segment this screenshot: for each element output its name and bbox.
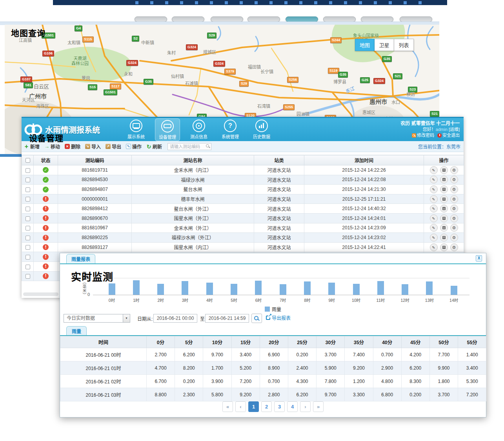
- favicon[interactable]: [240, 1, 243, 4]
- edit-button[interactable]: [430, 195, 438, 203]
- archive-button[interactable]: [440, 224, 448, 232]
- edit-button[interactable]: [430, 214, 438, 222]
- favicon[interactable]: [299, 1, 302, 4]
- window-tab-stub[interactable]: [135, 16, 167, 22]
- favicon[interactable]: [210, 1, 213, 4]
- settings-button[interactable]: [450, 224, 458, 232]
- row-checkbox[interactable]: [25, 187, 30, 192]
- row-checkbox[interactable]: [25, 255, 30, 260]
- edit-button[interactable]: [430, 205, 438, 212]
- row-checkbox[interactable]: [25, 216, 30, 221]
- toolbar-button-操作[interactable]: 操作: [126, 143, 142, 150]
- favicon[interactable]: [329, 1, 332, 4]
- toolbar-button-导出[interactable]: 导出: [106, 143, 121, 150]
- favicon[interactable]: [255, 1, 258, 4]
- window-tab-stub[interactable]: [400, 16, 432, 22]
- nav-item-历史数据[interactable]: 历史数据: [249, 118, 274, 140]
- archive-button[interactable]: [440, 195, 448, 203]
- edit-button[interactable]: [430, 234, 438, 241]
- edit-button[interactable]: [430, 224, 438, 232]
- favicon[interactable]: [165, 1, 168, 4]
- nav-item-测点信息[interactable]: 测点信息: [186, 118, 211, 140]
- favicon[interactable]: [284, 1, 287, 4]
- nav-item-设备管理[interactable]: 设备管理: [155, 118, 180, 141]
- pager-arrow-button[interactable]: »: [313, 401, 324, 412]
- row-checkbox[interactable]: [25, 178, 30, 182]
- map-type-button-卫星[interactable]: 卫星: [375, 39, 394, 51]
- select-all-checkbox[interactable]: [25, 158, 30, 163]
- row-checkbox[interactable]: [25, 265, 30, 269]
- toolbar-button-删除[interactable]: 删除: [65, 143, 80, 150]
- favicon[interactable]: [418, 1, 422, 4]
- row-checkbox[interactable]: [25, 245, 30, 250]
- row-checkbox[interactable]: [25, 168, 30, 173]
- toolbar-button-导入[interactable]: 导入: [85, 143, 101, 150]
- row-checkbox[interactable]: [25, 207, 30, 211]
- page-button-1[interactable]: 1: [248, 401, 259, 412]
- row-checkbox[interactable]: [25, 226, 30, 230]
- window-tab-stub[interactable]: [211, 16, 243, 22]
- window-tab-stub[interactable]: [247, 16, 280, 22]
- favicon[interactable]: [269, 1, 273, 4]
- favicon[interactable]: [374, 1, 377, 4]
- date-from-input[interactable]: [153, 314, 197, 323]
- window-tab-stub[interactable]: [323, 16, 356, 22]
- change-password-link[interactable]: 修改密码: [417, 133, 434, 138]
- edit-button[interactable]: [430, 185, 438, 193]
- favicon[interactable]: [404, 1, 407, 4]
- export-report-link[interactable]: 导出报表: [266, 314, 291, 321]
- toolbar-button-移动[interactable]: 移动: [44, 143, 60, 150]
- settings-button[interactable]: [450, 166, 458, 174]
- favicon[interactable]: [314, 1, 317, 4]
- settings-button[interactable]: [450, 243, 458, 251]
- archive-button[interactable]: [440, 234, 448, 241]
- horizontal-scrollbar[interactable]: [23, 292, 58, 296]
- favicon[interactable]: [359, 1, 362, 4]
- row-checkbox[interactable]: [25, 197, 30, 201]
- settings-button[interactable]: [450, 195, 458, 203]
- row-checkbox[interactable]: [25, 236, 30, 240]
- favicon[interactable]: [344, 1, 347, 4]
- pager-arrow-button[interactable]: ›: [300, 401, 311, 412]
- archive-button[interactable]: [440, 185, 448, 193]
- edit-button[interactable]: [430, 176, 438, 183]
- map-type-button-列表[interactable]: 列表: [394, 39, 414, 51]
- date-to-input[interactable]: [205, 314, 249, 323]
- search-icon[interactable]: [206, 144, 210, 149]
- tab-rain[interactable]: 雨量: [66, 326, 87, 335]
- close-icon[interactable]: X: [476, 255, 482, 261]
- window-tab-stub[interactable]: [361, 16, 393, 22]
- logout-link[interactable]: 安全退出: [442, 133, 460, 138]
- favicon[interactable]: [225, 1, 228, 4]
- page-button-4[interactable]: 4: [287, 401, 298, 412]
- favicon[interactable]: [135, 1, 138, 4]
- favicon[interactable]: [180, 1, 183, 4]
- edit-button[interactable]: [430, 166, 438, 174]
- toolbar-button-新增[interactable]: 新增: [24, 143, 40, 150]
- toolbar-button-刷新[interactable]: 刷新: [146, 143, 162, 150]
- favicon[interactable]: [195, 1, 198, 4]
- query-button[interactable]: [251, 314, 262, 323]
- archive-button[interactable]: [440, 243, 448, 251]
- archive-button[interactable]: [440, 205, 448, 212]
- settings-button[interactable]: [450, 234, 458, 241]
- map-type-button-地图[interactable]: 地图: [355, 39, 375, 51]
- pager-arrow-button[interactable]: ‹: [235, 401, 246, 412]
- nav-item-展示系统[interactable]: 展示系统: [124, 118, 149, 140]
- station-search-input[interactable]: [167, 143, 211, 150]
- settings-button[interactable]: [450, 205, 458, 212]
- favicon[interactable]: [150, 1, 153, 4]
- favicon[interactable]: [389, 1, 392, 4]
- window-tab-stub[interactable]: [172, 16, 204, 22]
- page-button-3[interactable]: 3: [274, 401, 285, 412]
- window-tab-stub[interactable]: [286, 16, 318, 22]
- settings-button[interactable]: [450, 185, 458, 193]
- pager-arrow-button[interactable]: «: [222, 401, 233, 412]
- page-button-2[interactable]: 2: [261, 401, 272, 412]
- preset-select[interactable]: 今日实时数据▼: [64, 314, 130, 323]
- nav-item-系统管理[interactable]: 系统管理: [218, 118, 243, 140]
- tab-rain-report[interactable]: 雨量报表: [66, 254, 95, 263]
- archive-button[interactable]: [440, 176, 448, 183]
- archive-button[interactable]: [440, 214, 448, 222]
- row-checkbox[interactable]: [25, 274, 30, 279]
